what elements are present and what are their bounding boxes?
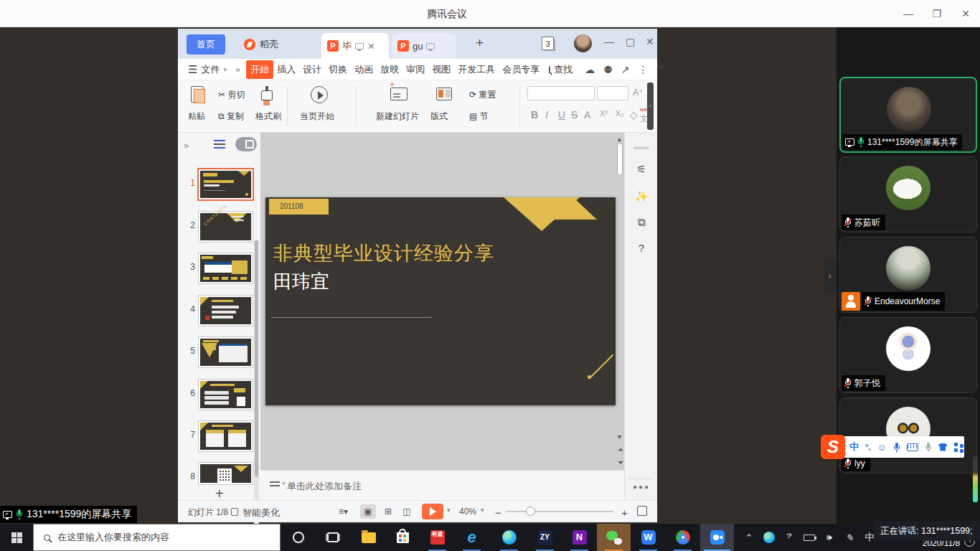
tab-docer[interactable]: 稻壳 bbox=[235, 34, 310, 55]
slide-thumb-5[interactable] bbox=[199, 337, 253, 367]
meeting-app-button[interactable] bbox=[700, 524, 734, 551]
slideshow-play-button[interactable] bbox=[422, 504, 443, 519]
format-painter-button[interactable]: 格式刷 bbox=[255, 110, 281, 123]
subscript-button[interactable]: X₂ bbox=[616, 109, 624, 118]
slide-thumb-3[interactable] bbox=[199, 253, 253, 283]
vertical-scrollbar[interactable]: ▴ ▾ ⏶ ⏷ bbox=[616, 133, 624, 470]
layout-button[interactable]: 版式 bbox=[430, 110, 448, 123]
layout-icon[interactable] bbox=[436, 88, 452, 100]
scroll-up-icon[interactable]: ▴ bbox=[618, 135, 621, 143]
layers-icon[interactable]: ⧉ bbox=[625, 216, 658, 229]
tab-home[interactable]: 首页 bbox=[187, 34, 225, 55]
zoom-value[interactable]: 40% bbox=[459, 507, 476, 517]
slide-thumb-4[interactable] bbox=[199, 296, 253, 326]
next-slide-icon[interactable]: ⏷ bbox=[618, 458, 623, 467]
participant-tile[interactable]: 苏茹昕 bbox=[839, 156, 977, 232]
help-icon[interactable]: ? bbox=[625, 242, 658, 254]
superscript-button[interactable]: X² bbox=[600, 109, 608, 118]
thumbnail-toggle[interactable] bbox=[235, 137, 257, 151]
sogou-logo-icon[interactable]: S bbox=[821, 435, 845, 459]
chrome-button[interactable] bbox=[666, 524, 699, 551]
copy-button[interactable]: ⧉ 复制 bbox=[218, 110, 244, 123]
ie-button[interactable]: e bbox=[455, 524, 489, 551]
new-slide-icon[interactable] bbox=[390, 88, 407, 100]
sidebar-collapse-button[interactable]: › bbox=[824, 258, 837, 294]
reading-view-button[interactable]: ◫ bbox=[399, 504, 415, 519]
clear-format-icon[interactable]: ◇ bbox=[630, 109, 638, 121]
wps-minimize-button[interactable]: — bbox=[604, 36, 614, 47]
menu-devtools[interactable]: 开发工具 bbox=[454, 60, 499, 79]
tab-document-active[interactable]: P 毕 ✕ bbox=[321, 33, 389, 59]
current-slide[interactable]: 201108 非典型毕业设计经验分享 田玮宜 bbox=[265, 197, 616, 405]
slide-thumb-1[interactable] bbox=[199, 169, 253, 199]
cloud-sync-icon[interactable]: ☁ bbox=[585, 64, 595, 75]
panel-handle-icon[interactable]: ══ bbox=[625, 141, 658, 154]
tray-expand-icon[interactable]: ⌃ bbox=[739, 524, 759, 551]
pen-icon[interactable]: ✎ bbox=[839, 524, 859, 551]
paste-icon[interactable] bbox=[191, 86, 204, 103]
menu-insert[interactable]: 插入 bbox=[273, 60, 299, 79]
share-user-icon[interactable]: ⚉ bbox=[603, 64, 613, 75]
account-avatar[interactable] bbox=[574, 34, 592, 52]
new-slide-button[interactable]: 新建幻灯片 bbox=[376, 110, 419, 123]
wps-button[interactable]: W bbox=[631, 524, 665, 551]
zoom-out-button[interactable]: − bbox=[495, 507, 501, 519]
italic-button[interactable]: I bbox=[545, 109, 548, 121]
wps-close-button[interactable]: ✕ bbox=[646, 36, 654, 47]
toolbox-grid-icon[interactable] bbox=[954, 443, 963, 452]
ribbon-scroll-strip[interactable]: › bbox=[647, 83, 654, 130]
new-tab-button[interactable]: + bbox=[476, 35, 484, 51]
font-size-select[interactable] bbox=[597, 86, 628, 100]
play-dropdown-icon[interactable]: ▾ bbox=[447, 507, 451, 514]
paste-button[interactable]: 粘贴 bbox=[188, 110, 205, 123]
minimize-button[interactable]: — bbox=[894, 0, 923, 27]
font-name-select[interactable] bbox=[527, 86, 595, 100]
close-button[interactable]: ✕ bbox=[951, 0, 980, 27]
sogou-ime-toolbar[interactable]: S 中 °, ☺ bbox=[824, 436, 964, 458]
menu-review[interactable]: 审阅 bbox=[402, 60, 428, 79]
emoji-icon[interactable]: ☺ bbox=[877, 442, 886, 453]
taskbar-search[interactable]: 在这里输入你要搜索的内容 bbox=[33, 524, 281, 551]
person-gray-icon[interactable] bbox=[925, 443, 932, 451]
play-current-button[interactable]: 当页开始 bbox=[300, 110, 334, 123]
ime-mode-button[interactable]: 中 bbox=[849, 441, 859, 453]
play-current-icon[interactable] bbox=[311, 86, 328, 103]
outline-view-icon[interactable] bbox=[214, 140, 225, 141]
start-button[interactable] bbox=[0, 524, 34, 551]
bold-button[interactable]: B bbox=[531, 109, 538, 121]
settings-sliders-icon[interactable]: ⚟ bbox=[625, 163, 658, 176]
tab-close-icon[interactable]: ✕ bbox=[367, 41, 375, 52]
strikethrough-button[interactable]: S bbox=[571, 109, 578, 121]
keyboard-icon[interactable] bbox=[907, 443, 918, 451]
edge-button[interactable] bbox=[492, 524, 526, 551]
zoom-dropdown-icon[interactable]: ▾ bbox=[481, 507, 484, 514]
expand-panel-icon[interactable]: » bbox=[184, 140, 189, 151]
slide-thumb-6[interactable] bbox=[199, 380, 253, 410]
overflow-chevron-icon[interactable]: » bbox=[235, 64, 240, 75]
collapse-ribbon-icon[interactable]: ⌃ bbox=[657, 64, 666, 75]
previous-slide-icon[interactable]: ⏶ bbox=[618, 446, 623, 454]
participant-tile[interactable]: lyy bbox=[839, 397, 977, 474]
punctuation-icon[interactable]: °, bbox=[865, 443, 870, 451]
normal-view-button[interactable]: ▣ bbox=[360, 504, 376, 519]
menu-slideshow[interactable]: 放映 bbox=[377, 60, 402, 79]
zoom-slider-knob[interactable] bbox=[526, 507, 535, 516]
font-color-button[interactable]: A bbox=[584, 109, 590, 121]
zy-app-button[interactable]: ZY bbox=[528, 524, 562, 551]
wps-maximize-button[interactable]: ▢ bbox=[626, 36, 635, 47]
menu-file[interactable]: 文件 bbox=[197, 60, 223, 79]
format-painter-icon[interactable] bbox=[261, 90, 273, 100]
sorter-view-button[interactable]: ⊞ bbox=[380, 504, 396, 519]
fit-to-window-icon[interactable] bbox=[637, 506, 647, 516]
wifi-icon[interactable]: 𝄢 bbox=[779, 524, 799, 551]
cut-button[interactable]: ✂ 剪切 bbox=[218, 89, 245, 101]
slide-thumb-7[interactable] bbox=[199, 421, 253, 451]
underline-button[interactable]: U bbox=[558, 109, 565, 121]
cortana-button[interactable] bbox=[281, 524, 315, 551]
font-increase-button[interactable]: A⁺ bbox=[633, 88, 643, 98]
restore-button[interactable]: ❐ bbox=[923, 0, 951, 27]
voice-input-icon[interactable] bbox=[893, 443, 900, 452]
more-icon[interactable]: ⋮ bbox=[639, 64, 649, 75]
skin-icon[interactable] bbox=[938, 443, 948, 451]
slide-thumb-8[interactable] bbox=[199, 463, 253, 484]
